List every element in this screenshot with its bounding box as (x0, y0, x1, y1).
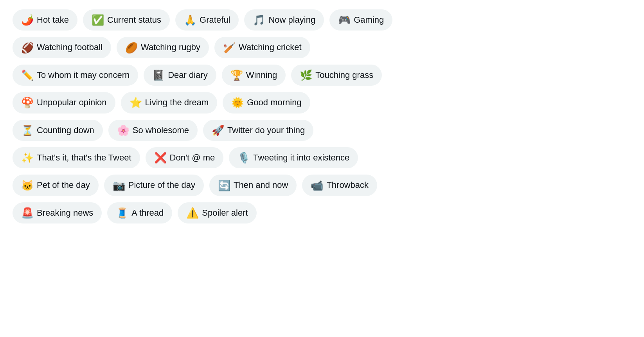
good-morning-emoji: 🌞 (231, 97, 244, 108)
picture-of-the-day-emoji: 📷 (113, 180, 125, 191)
to-whom-it-may-concern-label: To whom it may concern (37, 70, 130, 80)
pill-to-whom-it-may-concern[interactable]: ✏️To whom it may concern (13, 65, 138, 86)
pill-current-status[interactable]: ✅Current status (83, 9, 170, 31)
gaming-emoji: 🎮 (338, 15, 351, 25)
tweeting-into-existence-emoji: 🎙️ (237, 153, 250, 163)
breaking-news-emoji: 🚨 (21, 208, 34, 218)
twitter-do-your-thing-label: Twitter do your thing (227, 125, 305, 135)
grateful-emoji: 🙏 (184, 15, 196, 25)
pill-dear-diary[interactable]: 📓Dear diary (144, 65, 216, 86)
dont-at-me-emoji: ❌ (154, 153, 167, 163)
pill-touching-grass[interactable]: 🌿Touching grass (291, 65, 382, 86)
dear-diary-label: Dear diary (168, 70, 207, 80)
pill-grateful[interactable]: 🙏Grateful (175, 9, 239, 31)
tweeting-into-existence-label: Tweeting it into existence (253, 153, 349, 163)
pill-thats-it[interactable]: ✨That's it, that's the Tweet (13, 147, 140, 168)
hot-take-label: Hot take (37, 15, 69, 25)
living-the-dream-emoji: ⭐ (130, 97, 142, 108)
pill-unpopular-opinion[interactable]: 🍄Unpopular opinion (13, 92, 115, 113)
unpopular-opinion-emoji: 🍄 (21, 97, 34, 108)
pill-winning[interactable]: 🏆Winning (222, 65, 286, 86)
thats-it-emoji: ✨ (21, 153, 34, 163)
pills-row-7: 🚨Breaking news🧵A thread⚠️Spoiler alert (13, 202, 631, 223)
watching-rugby-label: Watching rugby (141, 42, 200, 52)
pill-pet-of-the-day[interactable]: 🐱Pet of the day (13, 175, 99, 196)
then-and-now-emoji: 🔄 (218, 180, 230, 191)
pill-then-and-now[interactable]: 🔄Then and now (209, 175, 297, 196)
now-playing-emoji: 🎵 (253, 15, 265, 25)
touching-grass-label: Touching grass (315, 70, 373, 80)
pill-living-the-dream[interactable]: ⭐Living the dream (121, 92, 218, 113)
pills-row-2: ✏️To whom it may concern📓Dear diary🏆Winn… (13, 65, 631, 86)
pill-spoiler-alert[interactable]: ⚠️Spoiler alert (178, 202, 256, 223)
so-wholesome-emoji: 🌸 (117, 125, 130, 135)
watching-football-emoji: 🏈 (21, 43, 34, 53)
pet-of-the-day-label: Pet of the day (37, 180, 90, 190)
pill-watching-football[interactable]: 🏈Watching football (13, 37, 111, 58)
current-status-emoji: ✅ (92, 15, 104, 25)
a-thread-emoji: 🧵 (116, 208, 128, 218)
counting-down-emoji: ⏳ (21, 125, 34, 135)
pills-container: 🌶️Hot take✅Current status🙏Grateful🎵Now p… (13, 9, 631, 223)
pills-row-5: ✨That's it, that's the Tweet❌Don't @ me🎙… (13, 147, 631, 168)
pills-row-4: ⏳Counting down🌸So wholesome🚀Twitter do y… (13, 120, 631, 141)
hot-take-emoji: 🌶️ (21, 15, 34, 25)
living-the-dream-label: Living the dream (145, 97, 209, 108)
breaking-news-label: Breaking news (37, 208, 93, 218)
pills-row-1: 🏈Watching football🏉Watching rugby🏏Watchi… (13, 37, 631, 58)
so-wholesome-label: So wholesome (133, 125, 189, 135)
pill-throwback[interactable]: 📹Throwback (302, 175, 377, 196)
pet-of-the-day-emoji: 🐱 (21, 180, 34, 191)
throwback-label: Throwback (326, 180, 369, 190)
touching-grass-emoji: 🌿 (300, 70, 312, 80)
pills-row-6: 🐱Pet of the day📷Picture of the day🔄Then … (13, 175, 631, 196)
throwback-emoji: 📹 (311, 180, 323, 191)
then-and-now-label: Then and now (234, 180, 288, 190)
pill-gaming[interactable]: 🎮Gaming (329, 9, 392, 31)
dont-at-me-label: Don't @ me (170, 153, 215, 163)
pill-hot-take[interactable]: 🌶️Hot take (13, 9, 77, 31)
watching-football-label: Watching football (37, 42, 103, 52)
counting-down-label: Counting down (37, 125, 94, 135)
winning-label: Winning (246, 70, 277, 80)
pill-so-wholesome[interactable]: 🌸So wholesome (108, 120, 198, 141)
watching-rugby-emoji: 🏉 (125, 43, 138, 53)
winning-emoji: 🏆 (230, 70, 243, 80)
current-status-label: Current status (107, 15, 161, 25)
spoiler-alert-emoji: ⚠️ (186, 208, 199, 218)
to-whom-it-may-concern-emoji: ✏️ (21, 70, 34, 80)
watching-cricket-emoji: 🏏 (223, 43, 236, 53)
watching-cricket-label: Watching cricket (239, 42, 302, 52)
pill-a-thread[interactable]: 🧵A thread (107, 202, 172, 223)
spoiler-alert-label: Spoiler alert (202, 208, 248, 218)
pill-counting-down[interactable]: ⏳Counting down (13, 120, 103, 141)
pills-row-3: 🍄Unpopular opinion⭐Living the dream🌞Good… (13, 92, 631, 113)
pill-tweeting-into-existence[interactable]: 🎙️Tweeting it into existence (229, 147, 358, 168)
gaming-label: Gaming (354, 15, 384, 25)
twitter-do-your-thing-emoji: 🚀 (212, 125, 224, 135)
pills-row-0: 🌶️Hot take✅Current status🙏Grateful🎵Now p… (13, 9, 631, 31)
grateful-label: Grateful (200, 15, 230, 25)
pill-good-morning[interactable]: 🌞Good morning (223, 92, 310, 113)
a-thread-label: A thread (131, 208, 164, 218)
thats-it-label: That's it, that's the Tweet (37, 153, 131, 163)
pill-twitter-do-your-thing[interactable]: 🚀Twitter do your thing (203, 120, 313, 141)
pill-dont-at-me[interactable]: ❌Don't @ me (146, 147, 224, 168)
pill-now-playing[interactable]: 🎵Now playing (244, 9, 324, 31)
picture-of-the-day-label: Picture of the day (128, 180, 195, 190)
unpopular-opinion-label: Unpopular opinion (37, 97, 107, 108)
pill-breaking-news[interactable]: 🚨Breaking news (13, 202, 102, 223)
good-morning-label: Good morning (247, 97, 301, 108)
pill-watching-rugby[interactable]: 🏉Watching rugby (117, 37, 209, 58)
dear-diary-emoji: 📓 (152, 70, 165, 80)
pill-watching-cricket[interactable]: 🏏Watching cricket (214, 37, 310, 58)
now-playing-label: Now playing (268, 15, 315, 25)
pill-picture-of-the-day[interactable]: 📷Picture of the day (104, 175, 204, 196)
